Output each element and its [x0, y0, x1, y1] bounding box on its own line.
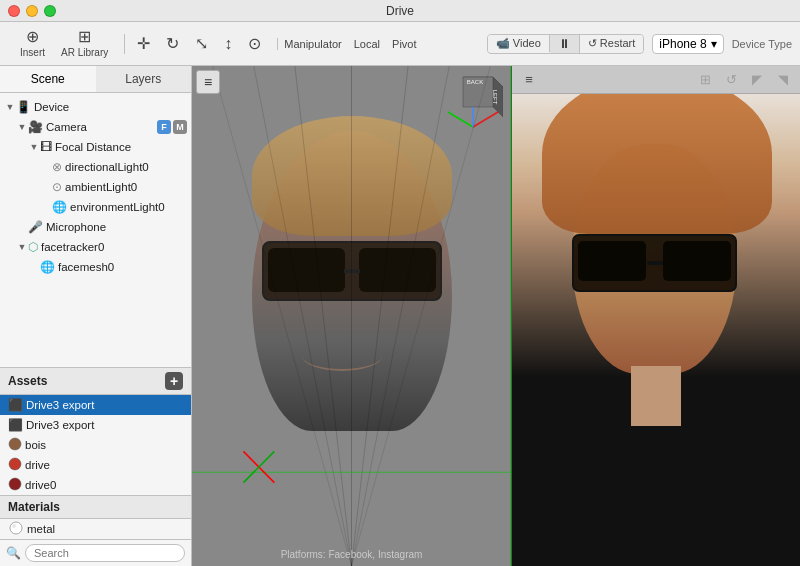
close-button[interactable] [8, 5, 20, 17]
ar-library-button[interactable]: ⊞ AR Library [55, 27, 114, 60]
insert-icon: ⊕ [26, 29, 39, 45]
viewport-3d[interactable]: ≡ BACK LEFT [192, 66, 512, 566]
transform-group: ✛ ↻ ⤡ ↕ ⊙ [124, 34, 273, 54]
asset-item-drive0[interactable]: drive0 [0, 475, 191, 495]
window-title: Drive [386, 4, 414, 18]
scene-tab[interactable]: Scene [0, 66, 96, 92]
focal-icon: 🎞 [40, 140, 52, 154]
fullscreen-button[interactable] [44, 5, 56, 17]
rotate-preview-button[interactable]: ↺ [720, 69, 742, 91]
svg-point-0 [9, 438, 21, 450]
face-render [192, 66, 511, 566]
arrow-camera: ▼ [16, 122, 28, 132]
env-label: environmentLight0 [70, 201, 165, 213]
tree-item-microphone[interactable]: 🎤 Microphone [0, 217, 191, 237]
device-name: iPhone 8 [659, 37, 706, 51]
ambient-icon: ⊙ [52, 180, 62, 194]
pin-tr-button[interactable]: ◥ [772, 69, 794, 91]
manipulator-label: Manipulator [284, 38, 341, 50]
directional-icon: ⊗ [52, 160, 62, 174]
search-icon: 🔍 [6, 546, 21, 560]
asset-label-drive: drive [25, 459, 50, 471]
minimize-button[interactable] [26, 5, 38, 17]
tree-item-directional[interactable]: ⊗ directionalLight0 [0, 157, 191, 177]
local-label: Local [354, 38, 380, 50]
main-area: Scene Layers ▼ 📱 Device ▼ 🎥 Camera F M [0, 66, 800, 566]
facemesh-label: facemesh0 [58, 261, 114, 273]
device-type-label: Device Type [732, 38, 792, 50]
pivot-icon: ⊙ [248, 36, 261, 52]
manipulator-labels: Manipulator Local Pivot [277, 38, 422, 50]
tree-item-ambient[interactable]: ⊙ ambientLight0 [0, 177, 191, 197]
pin-tl-button[interactable]: ◤ [746, 69, 768, 91]
add-asset-button[interactable]: + [165, 372, 183, 390]
mic-label: Microphone [46, 221, 106, 233]
tree-item-camera[interactable]: ▼ 🎥 Camera F M [0, 117, 191, 137]
grid-icon: ⊞ [700, 72, 711, 87]
search-bar: 🔍 [0, 539, 191, 566]
restart-label: Restart [600, 37, 635, 49]
tree-item-facemesh[interactable]: 🌐 facemesh0 [0, 257, 191, 277]
insert-button[interactable]: ⊕ Insert [14, 27, 51, 60]
badge-m: M [173, 120, 187, 134]
materials-header: Materials [0, 495, 191, 519]
add-icon: + [170, 373, 178, 389]
svg-point-2 [9, 478, 21, 490]
asset-item-bois[interactable]: bois [0, 435, 191, 455]
asset-bois-icon [8, 437, 22, 454]
asset-box-icon-2: ⬛ [8, 418, 23, 432]
camera-badges: F M [157, 120, 187, 134]
materials-list: metal [0, 519, 191, 539]
move-button[interactable]: ✛ [131, 34, 156, 54]
preview-menu-button[interactable]: ≡ [518, 69, 540, 91]
tree-item-focal[interactable]: ▼ 🎞 Focal Distance [0, 137, 191, 157]
facemesh-icon: 🌐 [40, 260, 55, 274]
device-type-dropdown[interactable]: iPhone 8 ▾ [652, 34, 723, 54]
tree-item-env[interactable]: 🌐 environmentLight0 [0, 197, 191, 217]
material-metal-label: metal [27, 523, 55, 535]
manipulator-icon: ↕ [224, 36, 232, 52]
restart-button[interactable]: ↺ Restart [580, 35, 644, 52]
pause-button[interactable]: ⏸ [550, 35, 580, 53]
arrow-focal: ▼ [28, 142, 40, 152]
scale-icon: ⤡ [195, 36, 208, 52]
material-item-metal[interactable]: metal [0, 519, 191, 539]
badge-f: F [157, 120, 171, 134]
hair [252, 116, 452, 236]
scale-button[interactable]: ⤡ [189, 34, 214, 54]
svg-point-1 [9, 458, 21, 470]
smile-hint [302, 341, 382, 371]
viewport-3d-toolbar: ≡ [196, 70, 220, 94]
insert-group: ⊕ Insert ⊞ AR Library [8, 27, 120, 60]
preview-hair [542, 94, 772, 234]
tree-item-facetracker[interactable]: ▼ ⬡ facetracker0 [0, 237, 191, 257]
layers-tab[interactable]: Layers [96, 66, 192, 92]
asset-item-drive3-1[interactable]: ⬛ Drive3 export [0, 395, 191, 415]
video-icon: 📹 [496, 37, 510, 49]
rotate-icon: ↻ [166, 36, 179, 52]
device-label: Device [34, 101, 69, 113]
rotate-icon: ↺ [726, 72, 737, 87]
hamburger-icon-preview: ≡ [525, 72, 533, 87]
video-button[interactable]: 📹 Video [488, 35, 550, 52]
assets-header: Assets + [0, 367, 191, 395]
viewport-menu-button[interactable]: ≡ [196, 70, 220, 94]
pivot-button[interactable]: ⊙ [242, 34, 267, 54]
asset-item-drive3-2[interactable]: ⬛ Drive3 export [0, 415, 191, 435]
search-input[interactable] [25, 544, 185, 562]
camera-label: Camera [46, 121, 87, 133]
asset-drive0-icon [8, 477, 22, 494]
rotate-button[interactable]: ↻ [160, 34, 185, 54]
env-icon: 🌐 [52, 200, 67, 214]
video-label: Video [513, 37, 541, 49]
scene-tree: ▼ 📱 Device ▼ 🎥 Camera F M ▼ 🎞 Focal Dist… [0, 93, 191, 367]
tree-item-device[interactable]: ▼ 📱 Device [0, 97, 191, 117]
grid-button[interactable]: ⊞ [694, 69, 716, 91]
platform-text: Platforms: Facebook, Instagram [281, 549, 423, 560]
focal-label: Focal Distance [55, 141, 131, 153]
preview-sunglasses [572, 234, 737, 292]
hamburger-icon: ≡ [204, 74, 212, 90]
asset-item-drive[interactable]: drive [0, 455, 191, 475]
manipulator-button[interactable]: ↕ [218, 34, 238, 54]
viewport-area: ≡ BACK LEFT [192, 66, 800, 566]
